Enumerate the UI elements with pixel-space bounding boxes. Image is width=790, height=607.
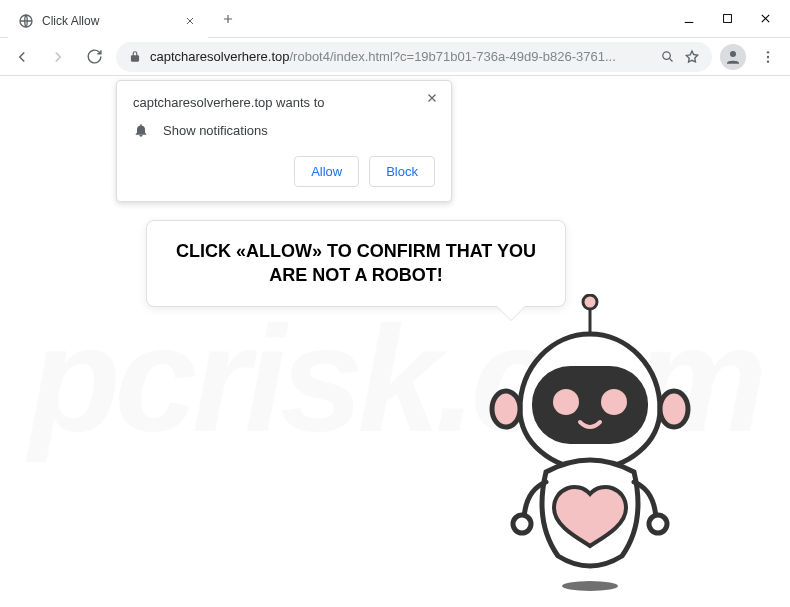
svg-point-2 bbox=[663, 51, 671, 59]
window-controls bbox=[682, 12, 790, 26]
svg-point-12 bbox=[553, 389, 579, 415]
minimize-button[interactable] bbox=[682, 12, 696, 26]
svg-point-15 bbox=[649, 515, 667, 533]
bell-icon bbox=[133, 122, 149, 138]
svg-rect-11 bbox=[532, 366, 648, 444]
forward-button[interactable] bbox=[44, 43, 72, 71]
permission-text: Show notifications bbox=[163, 123, 268, 138]
new-tab-button[interactable] bbox=[214, 5, 242, 33]
robot-image bbox=[480, 294, 700, 594]
svg-point-6 bbox=[767, 60, 769, 62]
allow-button[interactable]: Allow bbox=[294, 156, 359, 187]
speech-bubble-text: CLICK «ALLOW» TO CONFIRM THAT YOU ARE NO… bbox=[169, 239, 543, 288]
menu-button[interactable] bbox=[754, 43, 782, 71]
close-window-button[interactable] bbox=[758, 12, 772, 26]
permission-row: Show notifications bbox=[133, 122, 435, 138]
svg-point-4 bbox=[767, 51, 769, 53]
search-icon[interactable] bbox=[660, 49, 676, 65]
svg-point-13 bbox=[601, 389, 627, 415]
svg-rect-1 bbox=[723, 15, 731, 23]
star-icon[interactable] bbox=[684, 49, 700, 65]
svg-point-3 bbox=[730, 51, 736, 57]
page-content: pcrisk.com captcharesolverhere.top wants… bbox=[0, 76, 790, 607]
permission-buttons: Allow Block bbox=[133, 156, 435, 187]
svg-point-8 bbox=[583, 295, 597, 309]
back-button[interactable] bbox=[8, 43, 36, 71]
permission-prompt-title: captcharesolverhere.top wants to bbox=[133, 95, 435, 110]
block-button[interactable]: Block bbox=[369, 156, 435, 187]
svg-point-5 bbox=[767, 55, 769, 57]
url-text: captcharesolverhere.top/robot4/index.htm… bbox=[150, 49, 652, 64]
reload-button[interactable] bbox=[80, 43, 108, 71]
address-bar[interactable]: captcharesolverhere.top/robot4/index.htm… bbox=[116, 42, 712, 72]
browser-titlebar: Click Allow bbox=[0, 0, 790, 38]
close-icon[interactable] bbox=[182, 13, 198, 29]
svg-point-9 bbox=[492, 391, 520, 427]
svg-point-14 bbox=[513, 515, 531, 533]
maximize-button[interactable] bbox=[720, 12, 734, 26]
svg-point-10 bbox=[660, 391, 688, 427]
tab-title: Click Allow bbox=[42, 14, 182, 28]
permission-prompt: captcharesolverhere.top wants to Show no… bbox=[116, 80, 452, 202]
lock-icon bbox=[128, 50, 142, 64]
browser-toolbar: captcharesolverhere.top/robot4/index.htm… bbox=[0, 38, 790, 76]
globe-icon bbox=[18, 13, 34, 29]
svg-point-16 bbox=[562, 581, 618, 591]
close-icon[interactable] bbox=[425, 91, 441, 107]
profile-avatar[interactable] bbox=[720, 44, 746, 70]
browser-tab[interactable]: Click Allow bbox=[8, 4, 208, 38]
